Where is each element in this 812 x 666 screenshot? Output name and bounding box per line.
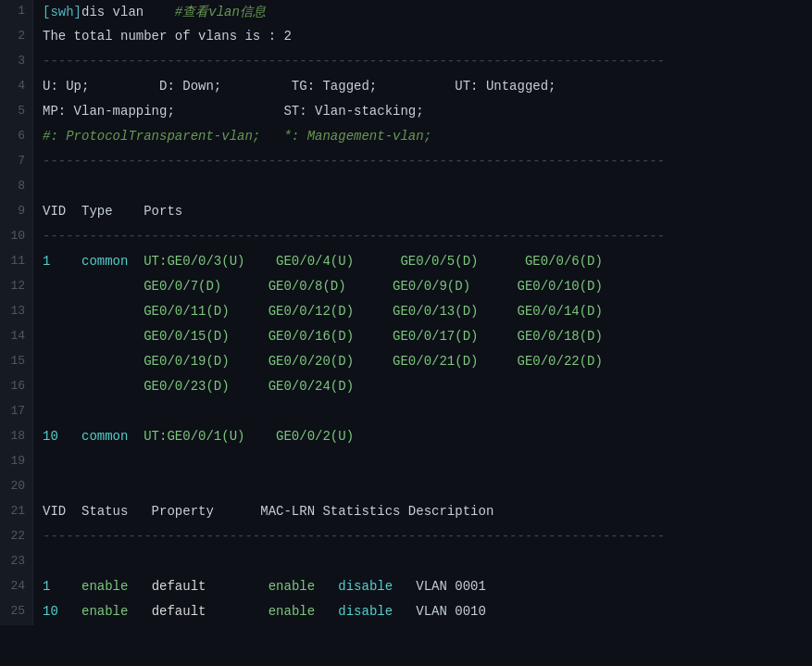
line-content-22: ----------------------------------------… bbox=[33, 525, 812, 550]
line-content-18: 10 common UT:GE0/0/1(U) GE0/0/2(U) bbox=[33, 425, 812, 450]
vid-10: 10 common bbox=[43, 429, 144, 444]
line-2: 2 The total number of vlans is : 2 bbox=[0, 25, 812, 50]
table-property-10: default bbox=[152, 604, 269, 619]
line-content-9: VID Type Ports bbox=[33, 200, 812, 225]
line-number-3: 3 bbox=[0, 50, 33, 75]
line-25: 25 10 enable default enable disable VLAN… bbox=[0, 600, 812, 625]
line-15: 15 GE0/0/19(D) GE0/0/20(D) GE0/0/21(D) G… bbox=[0, 350, 812, 375]
line-8: 8 bbox=[0, 175, 812, 200]
line-number-4: 4 bbox=[0, 75, 33, 100]
line-11: 11 1 common UT:GE0/0/3(U) GE0/0/4(U) GE0… bbox=[0, 250, 812, 275]
line-13: 13 GE0/0/11(D) GE0/0/12(D) GE0/0/13(D) G… bbox=[0, 300, 812, 325]
line-content-11: 1 common UT:GE0/0/3(U) GE0/0/4(U) GE0/0/… bbox=[33, 250, 812, 275]
line-18: 18 10 common UT:GE0/0/1(U) GE0/0/2(U) bbox=[0, 425, 812, 450]
line-number-21: 21 bbox=[0, 500, 33, 525]
line-content-25: 10 enable default enable disable VLAN 00… bbox=[33, 600, 812, 625]
line-content-21: VID Status Property MAC-LRN Statistics D… bbox=[33, 500, 812, 525]
line-22: 22 -------------------------------------… bbox=[0, 525, 812, 550]
port-1-4: GE0/0/15(D) GE0/0/16(D) GE0/0/17(D) GE0/… bbox=[43, 329, 603, 344]
port-1-2: GE0/0/7(D) GE0/0/8(D) GE0/0/9(D) GE0/0/1… bbox=[43, 279, 603, 294]
line-1: 1 [swh]dis vlan #查看vlan信息 bbox=[0, 0, 812, 25]
table-vid-10: 10 bbox=[43, 604, 81, 619]
line-3: 3 --------------------------------------… bbox=[0, 50, 812, 75]
line-5: 5 MP: Vlan-mapping; ST: Vlan-stacking; bbox=[0, 100, 812, 125]
line-content-13: GE0/0/11(D) GE0/0/12(D) GE0/0/13(D) GE0/… bbox=[33, 300, 812, 325]
line-content-5: MP: Vlan-mapping; ST: Vlan-stacking; bbox=[33, 100, 812, 125]
table-maclrn-10: enable bbox=[269, 604, 339, 619]
line-content-7: ----------------------------------------… bbox=[33, 150, 812, 175]
comment-1: #查看vlan信息 bbox=[144, 5, 266, 19]
table-status-10: enable bbox=[81, 604, 152, 619]
line-number-10: 10 bbox=[0, 225, 33, 250]
line-content-1: [swh]dis vlan #查看vlan信息 bbox=[33, 0, 812, 25]
line-number-23: 23 bbox=[0, 550, 33, 575]
line-number-1: 1 bbox=[0, 0, 33, 25]
terminal-window: 1 [swh]dis vlan #查看vlan信息 2 The total nu… bbox=[0, 0, 812, 666]
table-desc-1: VLAN 0001 bbox=[416, 579, 486, 594]
line-23: 23 bbox=[0, 550, 812, 575]
line-number-2: 2 bbox=[0, 25, 33, 50]
line-14: 14 GE0/0/15(D) GE0/0/16(D) GE0/0/17(D) G… bbox=[0, 325, 812, 350]
line-content-4: U: Up; D: Down; TG: Tagged; UT: Untagged… bbox=[33, 75, 812, 100]
line-17: 17 bbox=[0, 400, 812, 425]
port-1-3: GE0/0/11(D) GE0/0/12(D) GE0/0/13(D) GE0/… bbox=[43, 304, 603, 319]
line-10: 10 -------------------------------------… bbox=[0, 225, 812, 250]
table-property-1: default bbox=[152, 579, 269, 594]
line-7: 7 --------------------------------------… bbox=[0, 150, 812, 175]
line-24: 24 1 enable default enable disable VLAN … bbox=[0, 575, 812, 600]
line-19: 19 bbox=[0, 450, 812, 475]
line-number-12: 12 bbox=[0, 275, 33, 300]
line-content-12: GE0/0/7(D) GE0/0/8(D) GE0/0/9(D) GE0/0/1… bbox=[33, 275, 812, 300]
line-number-16: 16 bbox=[0, 375, 33, 400]
line-number-13: 13 bbox=[0, 300, 33, 325]
line-content-23 bbox=[33, 550, 812, 575]
line-content-15: GE0/0/19(D) GE0/0/20(D) GE0/0/21(D) GE0/… bbox=[33, 350, 812, 375]
vid-1: 1 common bbox=[43, 254, 144, 269]
line-number-11: 11 bbox=[0, 250, 33, 275]
line-number-18: 18 bbox=[0, 425, 33, 450]
line-12: 12 GE0/0/7(D) GE0/0/8(D) GE0/0/9(D) GE0/… bbox=[0, 275, 812, 300]
line-number-7: 7 bbox=[0, 150, 33, 175]
table-stats-10: disable bbox=[338, 604, 416, 619]
line-content-20 bbox=[33, 475, 812, 500]
line-21: 21 VID Status Property MAC-LRN Statistic… bbox=[0, 500, 812, 525]
table-desc-10: VLAN 0010 bbox=[416, 604, 486, 619]
line-content-2: The total number of vlans is : 2 bbox=[33, 25, 812, 50]
port-1-6: GE0/0/23(D) GE0/0/24(D) bbox=[43, 379, 354, 394]
line-content-3: ----------------------------------------… bbox=[33, 50, 812, 75]
line-16: 16 GE0/0/23(D) GE0/0/24(D) bbox=[0, 375, 812, 400]
line-number-17: 17 bbox=[0, 400, 33, 425]
line-content-17 bbox=[33, 400, 812, 425]
line-9: 9 VID Type Ports bbox=[0, 200, 812, 225]
line-content-14: GE0/0/15(D) GE0/0/16(D) GE0/0/17(D) GE0/… bbox=[33, 325, 812, 350]
line-number-25: 25 bbox=[0, 600, 33, 625]
line-number-14: 14 bbox=[0, 325, 33, 350]
line-number-15: 15 bbox=[0, 350, 33, 375]
line-number-20: 20 bbox=[0, 475, 33, 500]
line-number-24: 24 bbox=[0, 575, 33, 600]
line-6: 6 #: ProtocolTransparent-vlan; *: Manage… bbox=[0, 125, 812, 150]
table-stats-1: disable bbox=[338, 579, 416, 594]
line-number-9: 9 bbox=[0, 200, 33, 225]
line-number-22: 22 bbox=[0, 525, 33, 550]
line-number-6: 6 bbox=[0, 125, 33, 150]
line-4: 4 U: Up; D: Down; TG: Tagged; UT: Untagg… bbox=[0, 75, 812, 100]
line-content-24: 1 enable default enable disable VLAN 000… bbox=[33, 575, 812, 600]
port-1-5: GE0/0/19(D) GE0/0/20(D) GE0/0/21(D) GE0/… bbox=[43, 354, 603, 369]
table-vid-1: 1 bbox=[43, 579, 81, 594]
cmd-1: dis vlan bbox=[81, 5, 144, 19]
line-number-5: 5 bbox=[0, 100, 33, 125]
prompt-swh: [swh] bbox=[43, 5, 81, 19]
line-content-19 bbox=[33, 450, 812, 475]
line-number-8: 8 bbox=[0, 175, 33, 200]
line-number-19: 19 bbox=[0, 450, 33, 475]
line-20: 20 bbox=[0, 475, 812, 500]
table-maclrn-1: enable bbox=[269, 579, 339, 594]
port-1-1: UT:GE0/0/3(U) GE0/0/4(U) GE0/0/5(D) GE0/… bbox=[144, 254, 603, 269]
line-content-16: GE0/0/23(D) GE0/0/24(D) bbox=[33, 375, 812, 400]
port-10-1: UT:GE0/0/1(U) GE0/0/2(U) bbox=[144, 429, 354, 444]
line-content-8 bbox=[33, 175, 812, 200]
table-status-1: enable bbox=[81, 579, 152, 594]
line-content-10: ----------------------------------------… bbox=[33, 225, 812, 250]
line-content-6: #: ProtocolTransparent-vlan; *: Manageme… bbox=[33, 125, 812, 150]
